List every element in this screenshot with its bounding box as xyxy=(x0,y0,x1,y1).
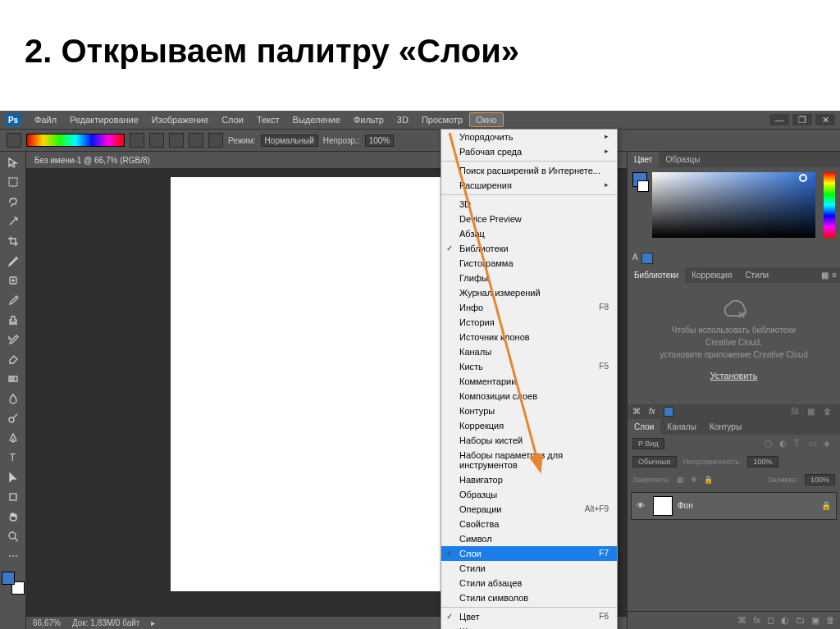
menu-item-символ[interactable]: Символ xyxy=(441,531,617,546)
lock-position-icon[interactable]: ✥ xyxy=(691,476,697,484)
new-layer-icon[interactable]: ▣ xyxy=(811,615,819,626)
menu-item-слои[interactable]: СлоиF7 xyxy=(441,546,617,561)
layer-row[interactable]: 👁 Фон 🔒 xyxy=(631,492,837,520)
window-menu-dropdown[interactable]: УпорядочитьРабочая средаПоиск расширений… xyxy=(441,129,618,629)
menu-изображение[interactable]: Изображение xyxy=(145,112,215,127)
menu-item-навигатор[interactable]: Навигатор xyxy=(441,472,617,487)
menu-item-журнал-измерений[interactable]: Журнал измерений xyxy=(441,285,617,300)
healing-tool[interactable] xyxy=(3,271,23,289)
stamp-tool[interactable] xyxy=(3,311,23,329)
tab-styles[interactable]: Стили xyxy=(738,267,775,283)
menu-item-рабочая-среда[interactable]: Рабочая среда xyxy=(441,144,617,159)
delete-layer-icon[interactable]: 🗑 xyxy=(826,615,835,626)
menu-item-абзац[interactable]: Абзац xyxy=(441,226,617,241)
filter-shape-icon[interactable]: ▭ xyxy=(809,439,820,449)
eyedropper-tool[interactable] xyxy=(3,252,23,270)
layer-kind-select[interactable]: Р Вид xyxy=(632,438,664,449)
menu-item-свойства[interactable]: Свойства xyxy=(441,517,617,531)
tab-paths[interactable]: Контуры xyxy=(703,419,748,435)
menu-item-источник-клонов[interactable]: Источник клонов xyxy=(441,330,617,344)
zoom-tool[interactable] xyxy=(3,527,23,545)
link-layers-icon[interactable]: ⌘ xyxy=(737,615,746,626)
foreground-swatch[interactable] xyxy=(2,572,15,585)
menu-файл[interactable]: Файл xyxy=(28,112,63,127)
close-button[interactable]: ✕ xyxy=(815,114,835,125)
menu-item-наборы-кистей[interactable]: Наборы кистей xyxy=(441,433,617,448)
menu-item-коррекция[interactable]: Коррекция xyxy=(441,418,617,433)
mask-icon[interactable]: ◻ xyxy=(767,615,774,626)
lock-pixels-icon[interactable]: ▦ xyxy=(677,476,684,484)
marquee-tool[interactable] xyxy=(3,173,23,191)
menu-item-стили-абзацев[interactable]: Стили абзацев xyxy=(441,576,617,590)
menu-окно[interactable]: Окно xyxy=(469,112,504,127)
eraser-tool[interactable] xyxy=(3,350,23,368)
menu-3d[interactable]: 3D xyxy=(390,112,415,127)
panel-menu-icon[interactable]: ≡ xyxy=(832,271,837,280)
restore-button[interactable]: ❐ xyxy=(792,114,812,125)
tool-preset-icon[interactable] xyxy=(7,133,21,148)
pen-tool[interactable] xyxy=(3,429,23,447)
menu-item-инфо[interactable]: ИнфоF8 xyxy=(441,300,617,315)
zoom-level[interactable]: 66,67% xyxy=(33,618,61,627)
bg-mini-swatch[interactable] xyxy=(637,180,649,192)
fx-icon[interactable]: fx xyxy=(649,407,655,416)
lock-all-icon[interactable]: 🔒 xyxy=(704,476,713,484)
canvas[interactable] xyxy=(171,177,482,591)
st-icon[interactable]: St xyxy=(791,407,802,417)
grid-view-icon[interactable]: ▦ xyxy=(821,271,829,280)
trash-icon[interactable]: 🗑 xyxy=(824,407,835,417)
info-chevron-icon[interactable]: ▸ xyxy=(151,618,155,627)
filter-adj-icon[interactable]: ◐ xyxy=(779,439,791,449)
color-field[interactable] xyxy=(652,172,815,238)
lasso-tool[interactable] xyxy=(3,193,23,211)
tab-swatches[interactable]: Образцы xyxy=(659,152,706,167)
fx-add-icon[interactable]: fx xyxy=(753,615,760,626)
menu-item-операции[interactable]: ОперацииAlt+F9 xyxy=(441,502,617,517)
filter-type-icon[interactable]: T xyxy=(794,439,806,449)
filter-smart-icon[interactable]: ◈ xyxy=(824,439,835,449)
tab-libraries[interactable]: Библиотеки xyxy=(628,267,685,283)
install-link[interactable]: Установить xyxy=(637,369,830,383)
menu-item-глифы[interactable]: Глифы xyxy=(441,271,617,285)
wand-tool[interactable] xyxy=(3,212,23,230)
menu-фильтр[interactable]: Фильтр xyxy=(347,112,390,127)
tab-channels[interactable]: Каналы xyxy=(660,419,703,435)
layer-fill-value[interactable]: 100% xyxy=(805,474,835,485)
menu-item-цвет[interactable]: ЦветF6 xyxy=(441,609,617,624)
menu-item-контуры[interactable]: Контуры xyxy=(441,403,617,418)
layer-blend-select[interactable]: Обычные xyxy=(632,456,677,467)
linear-gradient-icon[interactable] xyxy=(130,133,144,148)
menu-item-стили-символов[interactable]: Стили символов xyxy=(441,590,617,605)
shape-tool[interactable] xyxy=(3,488,23,506)
hand-tool[interactable] xyxy=(3,508,23,526)
menu-item-наборы-параметров-для-инструментов[interactable]: Наборы параметров для инструментов xyxy=(441,448,617,472)
minimize-button[interactable]: — xyxy=(769,114,789,125)
menu-item-упорядочить[interactable]: Упорядочить xyxy=(441,130,617,144)
reflected-gradient-icon[interactable] xyxy=(189,133,203,148)
gradient-tool[interactable] xyxy=(3,370,23,388)
history-brush-tool[interactable] xyxy=(3,330,23,349)
menu-текст[interactable]: Текст xyxy=(250,112,286,127)
folder-icon[interactable]: 🗀 xyxy=(796,615,805,626)
visibility-icon[interactable]: 👁 xyxy=(637,501,648,510)
menu-item-комментарии[interactable]: Комментарии xyxy=(441,374,617,389)
menu-item-каналы[interactable]: Каналы xyxy=(441,344,617,359)
layer-thumbnail[interactable] xyxy=(653,496,673,516)
diamond-gradient-icon[interactable] xyxy=(208,133,223,148)
menu-item-история[interactable]: История xyxy=(441,315,617,330)
opacity-field[interactable]: 100% xyxy=(365,134,395,147)
menu-просмотр[interactable]: Просмотр xyxy=(415,112,469,127)
menu-item-гистограмма[interactable]: Гистограмма xyxy=(441,256,617,271)
blur-tool[interactable] xyxy=(3,390,23,408)
menu-редактирование[interactable]: Редактирование xyxy=(63,112,145,127)
path-select-tool[interactable] xyxy=(3,468,23,486)
menu-item-стили[interactable]: Стили xyxy=(441,561,617,576)
link-icon[interactable]: ⌘ xyxy=(632,407,641,416)
angle-gradient-icon[interactable] xyxy=(169,133,184,148)
dodge-tool[interactable] xyxy=(3,409,23,427)
tab-layers[interactable]: Слои xyxy=(628,419,660,435)
menu-item-кисть[interactable]: КистьF5 xyxy=(441,359,617,374)
color-swatches[interactable] xyxy=(2,572,25,595)
layers-menu-icon[interactable]: ▦ xyxy=(807,407,819,417)
hue-slider[interactable] xyxy=(824,172,835,238)
